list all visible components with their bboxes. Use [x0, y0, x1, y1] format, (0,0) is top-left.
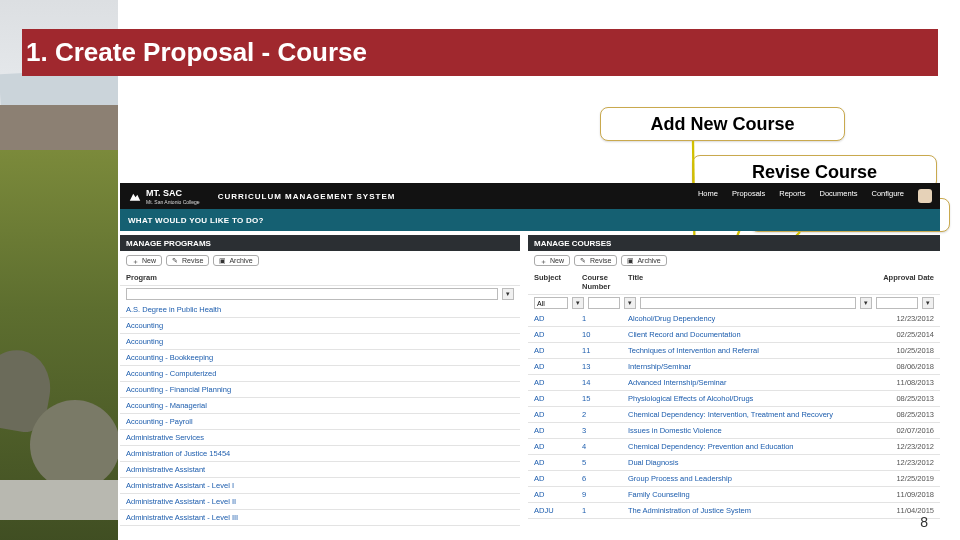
panel-title-programs: MANAGE PROGRAMS — [120, 235, 520, 251]
top-nav: Home Proposals Reports Documents Configu… — [698, 189, 932, 203]
programs-new-button[interactable]: ＋New — [126, 255, 162, 266]
table-row[interactable]: Administrative Assistant - Level I — [120, 478, 520, 494]
programs-archive-button[interactable]: ▣Archive — [213, 255, 258, 266]
nav-proposals[interactable]: Proposals — [732, 189, 765, 203]
programs-filter-input[interactable] — [126, 288, 498, 300]
courses-new-button[interactable]: ＋New — [534, 255, 570, 266]
courses-archive-button[interactable]: ▣Archive — [621, 255, 666, 266]
archive-icon: ▣ — [219, 257, 226, 264]
table-row[interactable]: ADJU1The Administration of Justice Syste… — [528, 503, 940, 519]
courses-table-body: AD1Alcohol/Drug Dependency12/23/2012AD10… — [528, 311, 940, 519]
table-row[interactable]: Accounting — [120, 334, 520, 350]
table-row[interactable]: AD14Advanced Internship/Seminar11/08/201… — [528, 375, 940, 391]
nav-home[interactable]: Home — [698, 189, 718, 203]
programs-button-row: ＋New ✎Revise ▣Archive — [120, 251, 520, 270]
table-row[interactable]: AD5Dual Diagnosis12/23/2012 — [528, 455, 940, 471]
app-topbar: MT. SAC Mt. San Antonio College CURRICUL… — [120, 183, 940, 209]
programs-filter-row: ▾ — [120, 286, 520, 302]
page-number: 8 — [920, 514, 928, 530]
courses-button-row: ＋New ✎Revise ▣Archive — [528, 251, 940, 270]
table-row[interactable]: AD1Alcohol/Drug Dependency12/23/2012 — [528, 311, 940, 327]
table-row[interactable]: Accounting - Bookkeeping — [120, 350, 520, 366]
pencil-icon: ✎ — [172, 257, 179, 264]
col-number: Course Number — [582, 273, 628, 291]
filter-subject[interactable] — [534, 297, 568, 309]
col-approval-date: Approval Date — [878, 273, 934, 291]
nav-reports[interactable]: Reports — [779, 189, 805, 203]
col-program: Program — [126, 273, 514, 282]
col-subject: Subject — [534, 273, 582, 291]
prompt-bar: WHAT WOULD YOU LIKE TO DO? — [120, 209, 940, 231]
plus-icon: ＋ — [132, 257, 139, 264]
archive-icon: ▣ — [627, 257, 634, 264]
table-row[interactable]: AD15Physiological Effects of Alcohol/Dru… — [528, 391, 940, 407]
programs-revise-button[interactable]: ✎Revise — [166, 255, 209, 266]
logo-subtext: Mt. San Antonio College — [146, 199, 200, 205]
filter-number[interactable] — [588, 297, 620, 309]
table-row[interactable]: Administration of Justice 15454 — [120, 446, 520, 462]
manage-programs-panel: MANAGE PROGRAMS ＋New ✎Revise ▣Archive Pr… — [120, 235, 520, 526]
table-row[interactable]: Administrative Assistant - Level III — [120, 510, 520, 526]
filter-title-btn[interactable]: ▾ — [860, 297, 872, 309]
system-name: CURRICULUM MANAGEMENT SYSTEM — [218, 192, 396, 201]
mountain-icon — [128, 189, 142, 203]
filter-icon[interactable]: ▾ — [502, 288, 514, 300]
table-row[interactable]: AD13Internship/Seminar08/06/2018 — [528, 359, 940, 375]
table-row[interactable]: Administrative Services — [120, 430, 520, 446]
avatar[interactable] — [918, 189, 932, 203]
panel-title-courses: MANAGE COURSES — [528, 235, 940, 251]
prompt-text: WHAT WOULD YOU LIKE TO DO? — [128, 216, 264, 225]
filter-subject-dropdown[interactable]: ▾ — [572, 297, 584, 309]
nav-documents[interactable]: Documents — [820, 189, 858, 203]
filter-title[interactable] — [640, 297, 856, 309]
filter-number-btn[interactable]: ▾ — [624, 297, 636, 309]
btn-label: New — [142, 257, 156, 264]
table-row[interactable]: AD4Chemical Dependency: Prevention and E… — [528, 439, 940, 455]
table-row[interactable]: AD3Issues in Domestic Violence02/07/2016 — [528, 423, 940, 439]
table-row[interactable]: AD6Group Process and Leadership12/25/201… — [528, 471, 940, 487]
courses-filter-row: ▾ ▾ ▾ ▾ — [528, 295, 940, 311]
table-row[interactable]: AD2Chemical Dependency: Intervention, Tr… — [528, 407, 940, 423]
btn-label: Archive — [229, 257, 252, 264]
courses-revise-button[interactable]: ✎Revise — [574, 255, 617, 266]
plus-icon: ＋ — [540, 257, 547, 264]
table-row[interactable]: AD10Client Record and Documentation02/25… — [528, 327, 940, 343]
table-row[interactable]: Administrative Assistant - Level II — [120, 494, 520, 510]
table-row[interactable]: Accounting - Financial Planning — [120, 382, 520, 398]
manage-courses-panel: MANAGE COURSES ＋New ✎Revise ▣Archive Sub… — [528, 235, 940, 526]
table-row[interactable]: AD9Family Counseling11/09/2018 — [528, 487, 940, 503]
table-row[interactable]: Accounting — [120, 318, 520, 334]
logo-text: MT. SAC — [146, 188, 200, 198]
filter-date[interactable] — [876, 297, 918, 309]
table-row[interactable]: A.S. Degree in Public Health — [120, 302, 520, 318]
pencil-icon: ✎ — [580, 257, 587, 264]
nav-configure[interactable]: Configure — [871, 189, 904, 203]
table-row[interactable]: Administrative Assistant — [120, 462, 520, 478]
btn-label: Archive — [637, 257, 660, 264]
col-title: Title — [628, 273, 878, 291]
btn-label: Revise — [182, 257, 203, 264]
table-row[interactable]: Accounting - Computerized — [120, 366, 520, 382]
table-row[interactable]: Accounting - Payroll — [120, 414, 520, 430]
btn-label: Revise — [590, 257, 611, 264]
table-row[interactable]: Accounting - Managerial — [120, 398, 520, 414]
programs-table-body: A.S. Degree in Public HealthAccountingAc… — [120, 302, 520, 526]
filter-date-btn[interactable]: ▾ — [922, 297, 934, 309]
table-row[interactable]: AD11Techniques of Intervention and Refer… — [528, 343, 940, 359]
app-logo: MT. SAC Mt. San Antonio College — [128, 188, 200, 205]
curriculum-app-screenshot: MT. SAC Mt. San Antonio College CURRICUL… — [120, 183, 940, 483]
programs-header-row: Program — [120, 270, 520, 286]
btn-label: New — [550, 257, 564, 264]
courses-header-row: Subject Course Number Title Approval Dat… — [528, 270, 940, 295]
